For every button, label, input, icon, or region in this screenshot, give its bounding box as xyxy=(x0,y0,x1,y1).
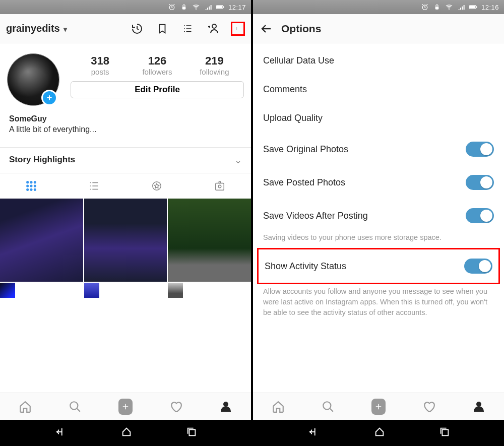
options-header: Options xyxy=(253,14,504,43)
avatar[interactable] xyxy=(7,53,59,106)
tab-photos-of-you[interactable] xyxy=(188,173,251,199)
back-button[interactable] xyxy=(259,23,274,35)
following-count: 219 xyxy=(186,54,243,68)
menu-icon[interactable] xyxy=(231,22,245,36)
tab-list[interactable] xyxy=(63,173,126,199)
lock-icon xyxy=(433,3,441,11)
profile-row: 318 posts 126 followers 219 following Ed… xyxy=(0,43,251,110)
svg-point-32 xyxy=(324,402,331,409)
save-videos-help-text: Saving videos to your phone uses more st… xyxy=(253,232,504,246)
posts-stat[interactable]: 318 posts xyxy=(72,54,129,76)
option-label: Show Activity Status xyxy=(265,261,346,272)
tab-grid[interactable] xyxy=(0,173,63,199)
nav-activity[interactable] xyxy=(422,400,436,414)
wifi-icon xyxy=(445,3,453,11)
option-save-original[interactable]: Save Original Photos xyxy=(253,133,504,166)
alarm-icon xyxy=(168,3,176,11)
toggle-activity-status[interactable] xyxy=(464,259,492,274)
bookmark-icon[interactable] xyxy=(155,22,169,36)
profile-header: grainyedits ▾ xyxy=(0,14,251,43)
option-save-posted[interactable]: Save Posted Photos xyxy=(253,166,504,199)
option-cellular-data[interactable]: Cellular Data Use xyxy=(253,46,504,75)
svg-point-14 xyxy=(30,185,32,187)
tab-tagged[interactable] xyxy=(125,173,188,199)
list-icon[interactable] xyxy=(180,22,195,36)
android-nav xyxy=(253,420,504,446)
option-label: Save Original Photos xyxy=(263,144,348,155)
android-back-icon[interactable] xyxy=(307,426,320,439)
nav-home[interactable] xyxy=(18,400,32,414)
nav-search[interactable] xyxy=(68,400,82,414)
svg-point-22 xyxy=(218,185,221,188)
username-text: grainyedits xyxy=(6,23,60,34)
chevron-down-icon: ⌄ xyxy=(234,155,242,166)
status-bar: 12:16 xyxy=(253,0,504,14)
username-dropdown[interactable]: grainyedits ▾ xyxy=(6,23,67,34)
edit-profile-button[interactable]: Edit Profile xyxy=(71,81,244,98)
alarm-icon xyxy=(421,3,429,11)
archive-icon[interactable] xyxy=(130,22,144,36)
photo-thumbnail[interactable] xyxy=(84,283,99,298)
followers-label: followers xyxy=(129,68,185,76)
nav-profile[interactable] xyxy=(219,400,233,414)
option-upload-quality[interactable]: Upload Quality xyxy=(253,104,504,133)
add-story-icon[interactable] xyxy=(41,90,57,106)
nav-profile[interactable] xyxy=(472,400,486,414)
photo-thumbnail[interactable] xyxy=(84,199,167,282)
option-label: Upload Quality xyxy=(263,113,323,123)
android-back-icon[interactable] xyxy=(54,426,67,439)
nav-search[interactable] xyxy=(321,400,335,414)
photo-thumbnail[interactable] xyxy=(168,199,251,282)
photo-thumbnail[interactable] xyxy=(0,199,83,282)
svg-point-7 xyxy=(236,27,237,28)
chevron-down-icon: ▾ xyxy=(64,25,67,33)
nav-activity[interactable] xyxy=(169,400,183,414)
posts-label: posts xyxy=(72,68,129,76)
photo-grid xyxy=(0,199,251,298)
svg-point-8 xyxy=(236,28,237,29)
photo-thumbnail[interactable] xyxy=(168,283,183,298)
toggle-save-posted[interactable] xyxy=(466,175,494,190)
svg-point-10 xyxy=(27,181,29,183)
svg-rect-30 xyxy=(476,6,477,8)
option-save-videos[interactable]: Save Videos After Posting xyxy=(253,199,504,232)
nav-add[interactable] xyxy=(118,400,133,414)
option-comments[interactable]: Comments xyxy=(253,75,504,104)
followers-stat[interactable]: 126 followers xyxy=(129,54,185,76)
options-list[interactable]: Cellular Data Use Comments Upload Qualit… xyxy=(253,43,504,393)
svg-rect-34 xyxy=(442,429,448,435)
nav-home[interactable] xyxy=(271,400,285,414)
activity-status-highlight: Show Activity Status xyxy=(257,248,500,284)
svg-point-17 xyxy=(30,189,32,191)
discover-people-icon[interactable] xyxy=(206,22,220,36)
bio-name: SomeGuy xyxy=(9,113,242,125)
svg-rect-5 xyxy=(217,6,222,9)
svg-rect-25 xyxy=(189,429,195,435)
photo-thumbnail[interactable] xyxy=(0,283,15,298)
svg-point-16 xyxy=(27,189,29,191)
profile-screen: 12:17 grainyedits ▾ xyxy=(0,0,251,446)
bottom-nav xyxy=(253,393,504,420)
followers-count: 126 xyxy=(129,54,185,68)
activity-status-help-text: Allow accounts you follow and anyone you… xyxy=(253,286,504,321)
story-highlights-row[interactable]: Story Highlights ⌄ xyxy=(0,148,251,173)
svg-point-33 xyxy=(477,402,481,406)
svg-point-13 xyxy=(27,185,29,187)
svg-point-18 xyxy=(34,189,36,191)
svg-rect-31 xyxy=(470,6,475,9)
toggle-save-videos[interactable] xyxy=(466,208,494,223)
android-home-icon[interactable] xyxy=(121,426,132,439)
lock-icon xyxy=(180,3,188,11)
svg-point-12 xyxy=(34,181,36,183)
nav-add[interactable] xyxy=(371,400,386,414)
status-bar: 12:17 xyxy=(0,0,251,14)
option-activity-status[interactable]: Show Activity Status xyxy=(259,249,498,283)
android-recents-icon[interactable] xyxy=(439,426,450,439)
svg-point-11 xyxy=(30,181,32,183)
following-stat[interactable]: 219 following xyxy=(186,54,243,76)
android-home-icon[interactable] xyxy=(374,426,385,439)
toggle-save-original[interactable] xyxy=(466,142,494,157)
svg-rect-1 xyxy=(182,7,186,9)
posts-count: 318 xyxy=(72,54,129,68)
android-recents-icon[interactable] xyxy=(186,426,197,439)
